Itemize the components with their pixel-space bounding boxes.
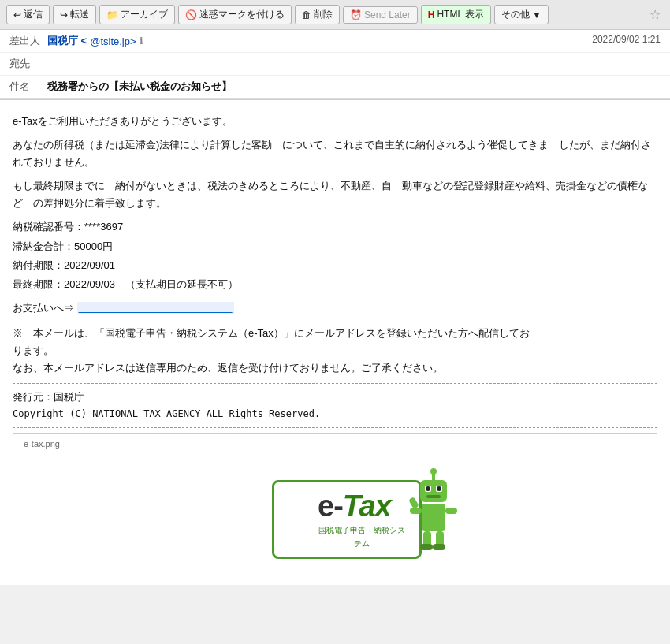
svg-rect-14	[420, 544, 433, 550]
subject-label: 件名	[9, 80, 41, 94]
svg-rect-6	[426, 495, 441, 498]
forward-button[interactable]: ↪ 転送	[53, 5, 96, 24]
sender-info: 国税庁 < @tsite.jp> ℹ	[47, 34, 592, 48]
svg-point-5	[437, 486, 441, 491]
etax-subtitle: 国税電子申告・納税システム	[318, 523, 405, 550]
from-value: 国税庁 < @tsite.jp> ℹ	[47, 34, 592, 48]
payment-label: お支払いへ⇒	[13, 302, 74, 314]
payment-date: 納付期限：2022/09/01	[13, 257, 657, 274]
arrears-total: 滞納金合計：50000円	[13, 238, 657, 255]
divider-1	[13, 383, 657, 384]
final-date: 最終期限：2022/09/03 （支払期日の延長不可）	[13, 276, 657, 293]
to-row: 宛先	[0, 53, 670, 76]
email-header: 差出人 国税庁 < @tsite.jp> ℹ 2022/09/02 1:21 宛…	[0, 30, 670, 99]
star-button[interactable]: ☆	[646, 6, 664, 24]
note-line1: ※ 本メールは、「国税電子申告・納税システム（e-Tax）」にメールアドレスを登…	[13, 327, 530, 339]
delete-button[interactable]: 🗑 削除	[295, 5, 340, 24]
divider-2	[13, 427, 657, 428]
svg-point-8	[430, 468, 437, 475]
paragraph-1: あなたの所得税（または延滞金)法律により計算した客勘 について、これまで自主的に…	[13, 136, 657, 171]
to-label: 宛先	[9, 57, 41, 71]
etax-logo: e-Tax 国税電子申告・納税システム	[248, 468, 422, 571]
etax-image-container: e-Tax 国税電子申告・納税システム	[13, 452, 657, 579]
greeting: e-Taxをご利用いただきありがとうございます。	[13, 113, 657, 130]
etax-logo-text: e	[318, 490, 333, 523]
archive-icon: 📁	[106, 9, 118, 20]
note-line2: ります。	[13, 344, 54, 356]
payment-row: お支払いへ⇒	[13, 300, 657, 317]
issuer: 発行元：国税庁	[13, 389, 657, 406]
email-body: e-Taxをご利用いただきありがとうございます。 あなたの所得税（または延滞金)…	[0, 99, 670, 585]
delete-icon: 🗑	[302, 9, 311, 20]
html-icon: H	[428, 9, 435, 20]
svg-rect-1	[420, 480, 447, 502]
from-label: 差出人	[9, 34, 41, 48]
clock-icon: ⏰	[350, 9, 362, 20]
reply-icon: ↩	[13, 9, 21, 20]
svg-point-4	[426, 486, 430, 491]
email-toolbar: ↩ 返信 ↪ 転送 📁 アーカイブ 🚫 迷惑マークを付ける 🗑 削除 ⏰ Sen…	[0, 0, 670, 30]
from-row: 差出人 国税庁 < @tsite.jp> ℹ 2022/09/02 1:21	[0, 30, 670, 53]
paragraph-2: もし最終期限までに 納付がないときは、税法のきめるところにより、不動産、自 動車…	[13, 177, 657, 212]
forward-icon: ↪	[60, 9, 68, 20]
svg-rect-0	[422, 504, 445, 531]
spam-button[interactable]: 🚫 迷惑マークを付ける	[178, 5, 292, 24]
payment-link[interactable]	[77, 302, 234, 314]
sender-email[interactable]: @tsite.jp>	[90, 35, 136, 47]
tax-confirm-number: 納税確認番号：****3697	[13, 218, 657, 236]
archive-button[interactable]: 📁 アーカイブ	[99, 5, 175, 24]
spam-icon: 🚫	[185, 9, 197, 20]
star-icon: ☆	[650, 8, 661, 21]
attachment-label: — e-tax.png —	[13, 433, 657, 452]
html-view-button[interactable]: H HTML 表示	[421, 5, 491, 24]
svg-rect-11	[408, 497, 419, 509]
note-paragraph: ※ 本メールは、「国税電子申告・納税システム（e-Tax）」にメールアドレスを登…	[13, 325, 657, 377]
dropdown-icon: ▼	[532, 9, 542, 20]
reply-button[interactable]: ↩ 返信	[6, 5, 50, 24]
svg-rect-10	[445, 508, 457, 514]
robot-mascot-icon	[406, 468, 461, 563]
more-button[interactable]: その他 ▼	[494, 5, 549, 24]
sender-name: 国税庁 <	[47, 34, 87, 48]
copyright: Copyright (C) NATIONAL TAX AGENCY ALL Ri…	[13, 406, 657, 422]
subject-row: 件名 税務署からの【未払い税金のお知らせ】	[0, 76, 670, 98]
subject-value: 税務署からの【未払い税金のお知らせ】	[47, 80, 232, 94]
svg-rect-15	[433, 544, 445, 550]
svg-rect-9	[410, 508, 422, 514]
note-line3: なお、本メールアドレスは送信専用のため、返信を受け付けておりません。ご了承くださ…	[13, 362, 443, 374]
to-value	[47, 57, 661, 71]
email-date: 2022/09/02 1:21	[592, 34, 661, 45]
send-later-button[interactable]: ⏰ Send Later	[343, 6, 418, 24]
info-icon[interactable]: ℹ	[140, 35, 143, 47]
